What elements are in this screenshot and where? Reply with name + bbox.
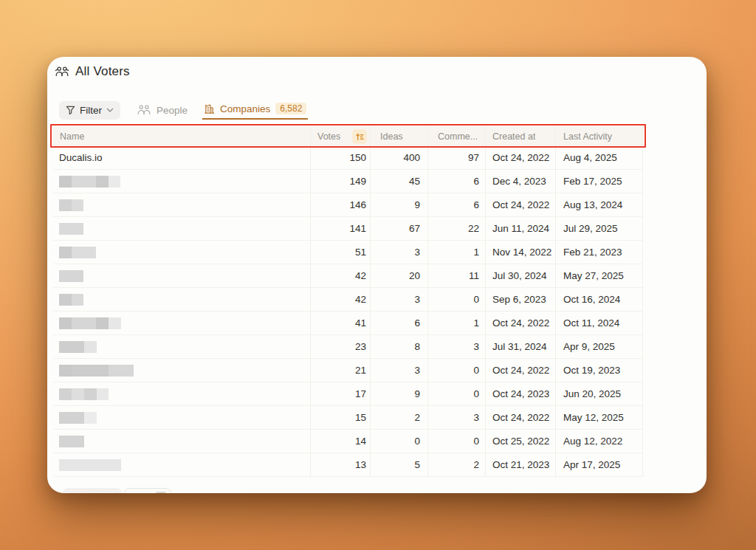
- created-at-cell: Jul 30, 2024: [486, 264, 556, 287]
- ideas-cell: 3: [371, 288, 428, 311]
- table-row[interactable]: 2130Oct 24, 2022Oct 19, 2023: [53, 359, 643, 382]
- column-header-comments[interactable]: Comme...: [428, 127, 486, 146]
- company-name-cell[interactable]: [53, 170, 311, 193]
- table-row[interactable]: 1416722Jun 11, 2024Jul 29, 2025: [53, 217, 643, 241]
- company-name-cell[interactable]: [53, 264, 311, 287]
- votes-cell: 41: [311, 312, 371, 334]
- cutoff-button-right[interactable]: [124, 488, 171, 493]
- column-header-name[interactable]: Name: [53, 127, 311, 146]
- sort-ascending-icon[interactable]: [352, 129, 367, 144]
- tab-people[interactable]: People: [137, 100, 188, 120]
- redacted-name: [59, 294, 83, 306]
- table-row[interactable]: 2383Jul 31, 2024Apr 9, 2025: [53, 335, 643, 359]
- created-at-cell: Dec 4, 2023: [486, 170, 556, 193]
- chevron-down-icon: [106, 108, 114, 113]
- page-title: All Voters: [75, 64, 130, 79]
- table-row[interactable]: 422011Jul 30, 2024May 27, 2025: [53, 264, 643, 288]
- ideas-cell: 9: [371, 382, 428, 405]
- group-icon: [137, 104, 151, 116]
- votes-cell: 149: [311, 170, 371, 193]
- redacted-name: [59, 365, 134, 377]
- company-name-cell[interactable]: [53, 312, 311, 334]
- company-name-cell[interactable]: [53, 359, 311, 382]
- last-activity-cell: Aug 12, 2022: [556, 430, 643, 453]
- column-header-ideas[interactable]: Ideas: [371, 127, 428, 146]
- companies-count-badge: 6,582: [275, 103, 306, 114]
- last-activity-cell: Feb 21, 2023: [556, 241, 643, 264]
- tab-people-label: People: [157, 105, 188, 116]
- filter-button[interactable]: Filter: [59, 101, 120, 120]
- votes-cell: 23: [311, 335, 371, 358]
- comments-cell: 2: [428, 453, 486, 476]
- votes-cell: 15: [311, 406, 371, 429]
- table-row[interactable]: 1352Oct 21, 2023Apr 17, 2025: [53, 453, 643, 477]
- comments-cell: 97: [428, 146, 486, 169]
- page-header: All Voters: [55, 64, 130, 79]
- group-icon: [55, 66, 69, 78]
- company-name-cell[interactable]: [53, 217, 311, 240]
- table-row[interactable]: 1790Oct 24, 2023Jun 20, 2025: [53, 382, 643, 406]
- votes-cell: 42: [311, 288, 371, 311]
- column-header-created-at[interactable]: Created at: [486, 127, 556, 146]
- created-at-cell: Oct 21, 2023: [486, 453, 556, 476]
- table-row[interactable]: 1523Oct 24, 2022May 12, 2025: [53, 406, 643, 430]
- ideas-cell: 5: [371, 453, 428, 476]
- ideas-cell: 6: [371, 312, 428, 334]
- last-activity-cell: Feb 17, 2025: [556, 170, 643, 193]
- votes-cell: 14: [311, 430, 371, 453]
- building-icon: [204, 103, 215, 114]
- table-row[interactable]: 14696Oct 24, 2022Aug 13, 2024: [53, 193, 643, 217]
- votes-cell: 21: [311, 359, 371, 382]
- ideas-cell: 400: [371, 146, 428, 169]
- comments-cell: 0: [428, 359, 486, 382]
- all-voters-panel: All Voters Filter People: [47, 57, 707, 493]
- redacted-name: [59, 459, 121, 471]
- ideas-cell: 8: [371, 335, 428, 358]
- created-at-cell: Oct 25, 2022: [486, 430, 556, 453]
- table-header-row: Name Votes Idea: [53, 127, 643, 146]
- company-name-cell[interactable]: [53, 335, 311, 358]
- table-row[interactable]: 1400Oct 25, 2022Aug 12, 2022: [53, 430, 643, 453]
- votes-cell: 146: [311, 193, 371, 216]
- companies-table: Name Votes Idea: [53, 127, 643, 477]
- tab-companies[interactable]: Companies 6,582: [202, 100, 308, 120]
- comments-cell: 3: [428, 335, 486, 358]
- votes-cell: 13: [311, 453, 371, 476]
- ideas-cell: 2: [371, 406, 428, 429]
- company-name-cell[interactable]: [53, 288, 311, 311]
- table-row[interactable]: 4230Sep 6, 2023Oct 16, 2024: [53, 288, 643, 312]
- comments-cell: 1: [428, 241, 486, 264]
- redacted-name: [59, 199, 83, 211]
- company-name-cell[interactable]: [53, 193, 311, 216]
- column-header-last-activity[interactable]: Last Activity: [556, 127, 643, 146]
- ideas-cell: 9: [371, 193, 428, 216]
- table-row[interactable]: 149456Dec 4, 2023Feb 17, 2025: [53, 170, 643, 193]
- table-row[interactable]: 4161Oct 24, 2022Oct 11, 2024: [53, 312, 643, 335]
- last-activity-cell: May 12, 2025: [556, 406, 643, 429]
- ideas-cell: 45: [371, 170, 428, 193]
- company-name-cell[interactable]: [53, 430, 311, 453]
- company-name-cell[interactable]: [53, 241, 311, 264]
- created-at-cell: Oct 24, 2022: [486, 406, 556, 429]
- company-name-cell[interactable]: Ducalis.io: [53, 146, 311, 169]
- company-name-cell[interactable]: [53, 453, 311, 476]
- comments-cell: 0: [428, 382, 486, 405]
- created-at-cell: Oct 24, 2022: [486, 359, 556, 382]
- cutoff-button-left[interactable]: [63, 488, 122, 493]
- comments-cell: 6: [428, 170, 486, 193]
- table-row[interactable]: 5131Nov 14, 2022Feb 21, 2023: [53, 241, 643, 264]
- redacted-name: [59, 247, 96, 258]
- company-name-cell[interactable]: [53, 382, 311, 405]
- last-activity-cell: Apr 9, 2025: [556, 335, 643, 358]
- created-at-cell: Sep 6, 2023: [486, 288, 556, 311]
- tab-companies-label: Companies: [220, 103, 270, 114]
- redacted-name: [59, 176, 120, 188]
- created-at-cell: Oct 24, 2022: [486, 312, 556, 334]
- comments-cell: 22: [428, 217, 486, 240]
- table-row[interactable]: Ducalis.io15040097Oct 24, 2022Aug 4, 202…: [53, 146, 643, 170]
- filter-label: Filter: [80, 105, 102, 116]
- created-at-cell: Oct 24, 2022: [486, 146, 556, 169]
- column-header-votes[interactable]: Votes: [311, 127, 371, 146]
- comments-cell: 3: [428, 406, 486, 429]
- company-name-cell[interactable]: [53, 406, 311, 429]
